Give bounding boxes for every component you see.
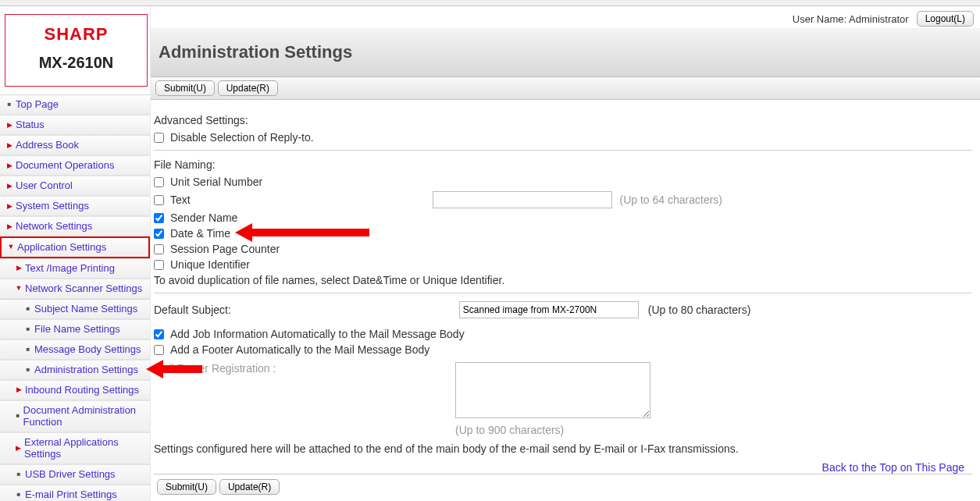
nav-text-image-printing[interactable]: ▶ Text /Image Printing (0, 258, 150, 279)
back-to-top-link[interactable]: Back to the Top on This Page (822, 461, 964, 474)
nav-link[interactable]: Network Scanner Settings (25, 282, 142, 295)
nav-administration-settings[interactable]: ■ Administration Settings (0, 360, 150, 380)
nav-link[interactable]: Network Settings (16, 220, 92, 233)
nav-link[interactable]: Application Settings (17, 241, 106, 254)
mail-footer-hint: (Up to 900 characters) (455, 424, 650, 436)
session-page-counter-label: Session Page Counter (170, 243, 280, 255)
nav-link[interactable]: User Control (16, 179, 73, 192)
nav-message-body-settings[interactable]: ■ Message Body Settings (0, 339, 150, 360)
nav-application-settings[interactable]: ▼ Application Settings (0, 236, 150, 258)
nav-link[interactable]: Top Page (16, 98, 59, 111)
text-input[interactable] (433, 191, 612, 208)
default-subject-input[interactable] (459, 301, 639, 318)
submit-button-bottom[interactable]: Submit(U) (157, 479, 216, 495)
text-hint: (Up to 64 characters) (620, 194, 723, 206)
advanced-settings-label: Advanced Settings: (154, 114, 972, 126)
nav-link[interactable]: Subject Name Settings (34, 303, 137, 315)
nav-usb-driver-settings[interactable]: ■ USB Driver Settings (0, 464, 150, 485)
nav-link[interactable]: Text /Image Printing (25, 262, 115, 275)
sidebar: SHARP MX-2610N ■ Top Page ▶ Status ▶ Add… (0, 6, 151, 501)
user-name-label: User Name: Administrator (793, 13, 909, 25)
text-label: Text (170, 194, 191, 206)
nav-inbound-routing-settings[interactable]: ▶ Inbound Routing Settings (0, 380, 150, 400)
nav-link[interactable]: E-mail Print Settings (25, 489, 117, 501)
triangle-right-icon: ▶ (5, 162, 14, 170)
nav-subject-name-settings[interactable]: ■ Subject Name Settings (0, 299, 150, 319)
page-title: Administration Settings (159, 42, 980, 62)
add-footer-checkbox[interactable] (154, 345, 164, 355)
stop-icon: ■ (5, 101, 14, 108)
date-time-label: Date & Time (170, 227, 230, 240)
stop-icon: ■ (23, 346, 33, 354)
nav-link[interactable]: File Name Settings (34, 323, 120, 336)
config-note: Settings configured here will be attache… (154, 442, 739, 455)
nav-status[interactable]: ▶ Status (0, 115, 150, 135)
nav-link[interactable]: Administration Settings (34, 364, 138, 376)
mail-footer-label: Mail Footer Registration : (154, 362, 451, 375)
nav-network-settings[interactable]: ▶ Network Settings (0, 216, 150, 236)
nav-document-admin-function[interactable]: ■ Document Administration Function (0, 400, 150, 432)
userbar: User Name: Administrator Logout(L) (151, 6, 980, 27)
triangle-right-icon: ▶ (5, 182, 14, 190)
stop-icon: ■ (23, 305, 33, 313)
disable-reply-to-checkbox[interactable] (154, 133, 164, 143)
nav-link[interactable]: Inbound Routing Settings (25, 384, 139, 396)
triangle-right-icon: ▶ (5, 202, 14, 211)
add-footer-label: Add a Footer Automatically to the Mail M… (170, 343, 429, 356)
nav-document-operations[interactable]: ▶ Document Operations (0, 155, 150, 176)
nav-address-book[interactable]: ▶ Address Book (0, 135, 150, 155)
unit-serial-label: Unit Serial Number (170, 176, 262, 188)
triangle-right-icon: ▶ (14, 264, 23, 272)
nav-link[interactable]: Message Body Settings (34, 343, 141, 356)
button-row-bottom: Submit(U) Update(R) (154, 474, 972, 495)
nav-network-scanner-settings[interactable]: ▼ Network Scanner Settings (0, 279, 150, 299)
add-job-info-checkbox[interactable] (154, 329, 164, 339)
stop-icon: ■ (14, 491, 23, 499)
triangle-right-icon: ▶ (5, 222, 14, 231)
stop-icon: ■ (23, 366, 33, 374)
nav-link[interactable]: Address Book (16, 139, 79, 151)
content: Advanced Settings: Disable Selection of … (151, 100, 980, 498)
default-subject-label: Default Subject: (154, 304, 231, 316)
nav-link[interactable]: USB Driver Settings (25, 468, 116, 481)
disable-reply-to-label: Disable Selection of Reply-to. (170, 131, 314, 144)
triangle-down-icon: ▼ (14, 284, 23, 293)
update-button[interactable]: Update(R) (218, 80, 278, 96)
nav-system-settings[interactable]: ▶ System Settings (0, 196, 150, 216)
mail-footer-textarea[interactable] (455, 362, 650, 418)
stop-icon: ■ (14, 412, 22, 420)
unit-serial-checkbox[interactable] (154, 177, 164, 187)
duplication-note: To avoid duplication of file names, sele… (154, 274, 504, 286)
triangle-right-icon: ▶ (14, 444, 23, 453)
nav-top-page[interactable]: ■ Top Page (0, 94, 150, 115)
sender-name-checkbox[interactable] (154, 213, 164, 223)
triangle-right-icon: ▶ (5, 121, 14, 130)
model-number: MX-2610N (10, 54, 142, 72)
triangle-right-icon: ▶ (14, 386, 23, 394)
nav-link[interactable]: External Applications Settings (24, 436, 147, 460)
date-time-checkbox[interactable] (154, 229, 164, 239)
update-button-bottom[interactable]: Update(R) (219, 479, 280, 495)
brand-logo: SHARP (10, 24, 142, 44)
triangle-down-icon: ▼ (6, 243, 16, 251)
nav-link[interactable]: Document Operations (16, 159, 114, 172)
nav-link[interactable]: System Settings (16, 200, 89, 212)
session-page-counter-checkbox[interactable] (154, 244, 164, 254)
nav-user-control[interactable]: ▶ User Control (0, 176, 150, 196)
title-band: Administration Settings (151, 28, 980, 77)
unique-identifier-label: Unique Identifier (170, 258, 250, 271)
nav-file-name-settings[interactable]: ■ File Name Settings (0, 319, 150, 339)
triangle-right-icon: ▶ (5, 141, 14, 150)
sender-name-label: Sender Name (170, 211, 237, 224)
nav-email-print-settings[interactable]: ■ E-mail Print Settings (0, 485, 150, 501)
default-subject-hint: (Up to 80 characters) (648, 304, 751, 316)
nav: ■ Top Page ▶ Status ▶ Address Book ▶ Doc… (0, 94, 150, 501)
nav-link[interactable]: Document Administration Function (23, 404, 147, 428)
unique-identifier-checkbox[interactable] (154, 260, 164, 270)
nav-external-app-settings[interactable]: ▶ External Applications Settings (0, 432, 150, 464)
submit-button[interactable]: Submit(U) (155, 80, 215, 96)
file-naming-label: File Naming: (154, 158, 972, 171)
text-checkbox[interactable] (154, 195, 164, 205)
logout-button[interactable]: Logout(L) (917, 11, 974, 27)
nav-link[interactable]: Status (16, 119, 45, 131)
